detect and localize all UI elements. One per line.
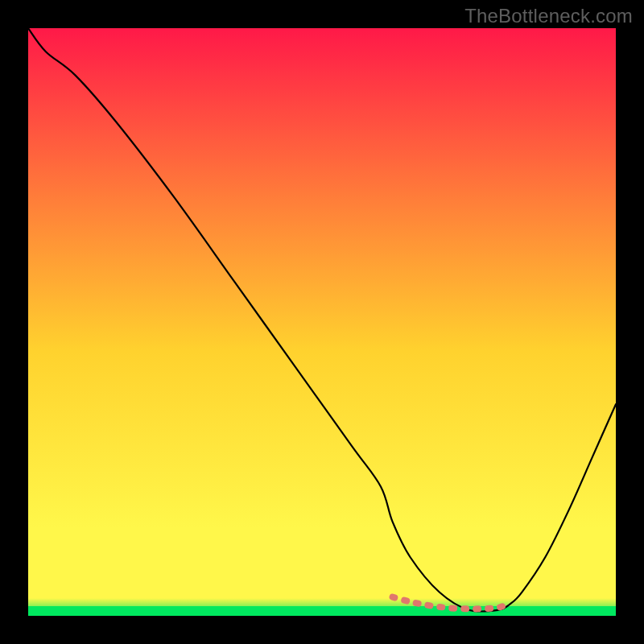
chart-container: TheBottleneck.com (0, 0, 644, 644)
chart-svg (28, 28, 616, 616)
bottom-green-band (28, 606, 616, 616)
watermark-text: TheBottleneck.com (464, 5, 633, 27)
plot-area (28, 28, 616, 616)
chart-background (28, 28, 616, 616)
